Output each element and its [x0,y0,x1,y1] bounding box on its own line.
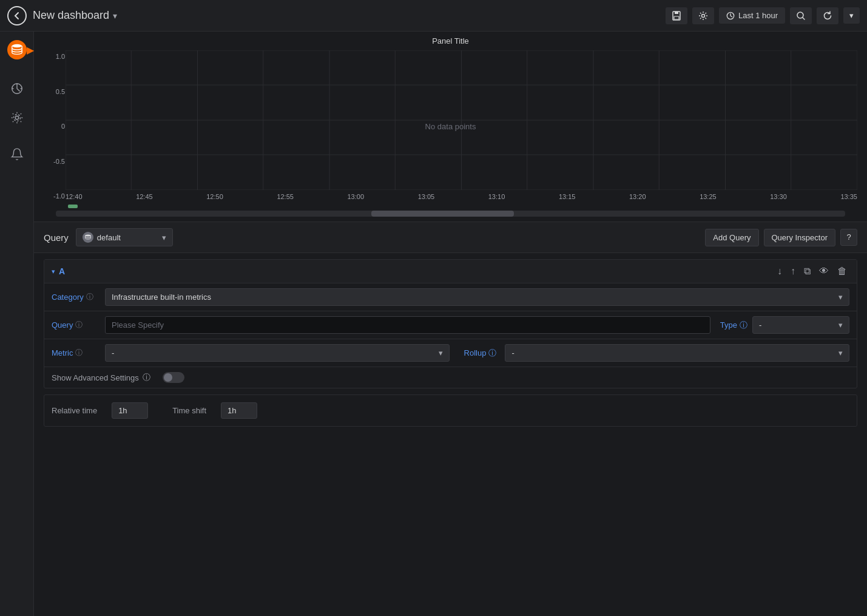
chart-container: 1.0 0.5 0 -0.5 -1.0 [44,50,857,202]
query-field-label: Query ⓘ [52,320,100,330]
main-layout: ▶ [0,32,867,616]
relative-time-input[interactable] [112,402,148,419]
metric-row: Metric ⓘ - ▾ Rollup ⓘ - ▾ [44,339,857,367]
topbar: New dashboard ▾ Last 1 hour [0,0,867,32]
query-input[interactable] [105,316,710,334]
type-label: Type ⓘ [720,320,747,331]
datasource-icon [83,232,93,243]
rollup-info-icon[interactable]: ⓘ [488,348,496,359]
rollup-select[interactable]: - ▾ [505,344,849,362]
query-section-a: ▾ A ↓ ↑ ⧉ 👁 🗑 Category ⓘ [44,259,857,388]
svg-point-10 [15,116,19,120]
add-query-button[interactable]: Add Query [705,229,758,246]
category-row: Category ⓘ Infrastructure built-in metri… [44,283,857,311]
advanced-settings-label: Show Advanced Settings [52,373,139,382]
collapse-icon: ▾ [52,268,55,276]
query-id-a: A [59,266,65,276]
svg-point-30 [85,235,90,237]
metric-dropdown-icon: ▾ [439,348,443,357]
svg-rect-2 [674,16,679,19]
dashboard-title: New dashboard ▾ [33,9,117,22]
more-button[interactable]: ▾ [843,7,860,24]
topbar-left: New dashboard ▾ [7,6,117,25]
svg-point-6 [12,44,22,48]
move-up-icon[interactable]: ↑ [788,265,798,278]
svg-point-3 [701,14,704,17]
sidebar-item-chart[interactable] [4,75,30,102]
query-header: Query default ▾ Add Query Query Inspecto [34,222,867,253]
delete-icon[interactable]: 🗑 [835,265,849,278]
datasource-select[interactable]: default ▾ [76,228,173,246]
save-button[interactable] [666,7,687,24]
chart-panel: Panel Title 1.0 0.5 0 -0.5 -1.0 [34,32,867,222]
bottom-options: Relative time Time shift [44,394,857,427]
type-dropdown-icon: ▾ [838,320,843,330]
time-range-button[interactable]: Last 1 hour [719,7,785,24]
scrollbar[interactable] [56,211,845,217]
category-dropdown-icon: ▾ [838,293,843,302]
toggle-thumb [164,373,172,382]
duplicate-icon[interactable]: ⧉ [801,265,813,278]
advanced-info-icon[interactable]: ⓘ [143,372,150,383]
settings-button[interactable] [692,7,714,24]
datasource-name: default [97,233,121,242]
query-label: Query [44,232,69,243]
query-info-icon[interactable]: ⓘ [75,320,83,330]
advanced-settings-row: Show Advanced Settings ⓘ [44,367,857,388]
advanced-settings-toggle[interactable] [163,372,184,383]
legend-color [68,205,78,208]
scrollbar-thumb[interactable] [371,211,513,217]
sidebar-item-notifications[interactable] [4,141,30,168]
sidebar-item-datasource[interactable]: ▶ [4,36,30,63]
query-editor: Query default ▾ Add Query Query Inspecto [34,222,867,616]
query-row: Query ⓘ Type ⓘ - ▾ [44,311,857,339]
query-section-header-a[interactable]: ▾ A ↓ ↑ ⧉ 👁 🗑 [44,260,857,283]
sidebar-item-settings[interactable] [4,104,30,131]
back-button[interactable] [7,6,27,25]
datasource-dropdown-icon: ▾ [162,233,166,242]
query-inspector-button[interactable]: Query Inspector [764,229,836,246]
hide-icon[interactable]: 👁 [817,265,831,278]
metric-label: Metric ⓘ [52,348,100,358]
sidebar: ▶ [0,32,34,616]
query-section-actions: ↓ ↑ ⧉ 👁 🗑 [775,265,849,278]
refresh-button[interactable] [817,7,838,24]
time-shift-label: Time shift [172,406,206,415]
relative-time-label: Relative time [52,406,97,415]
category-info-icon[interactable]: ⓘ [86,292,93,302]
metric-select[interactable]: - ▾ [105,344,450,362]
metric-info-icon[interactable]: ⓘ [75,348,83,358]
chart-svg [66,50,857,190]
time-shift-input[interactable] [221,402,257,419]
panel-area: Panel Title 1.0 0.5 0 -0.5 -1.0 [34,32,867,616]
help-button[interactable]: ? [840,229,857,246]
query-actions: Add Query Query Inspector ? [705,229,857,246]
type-info-icon[interactable]: ⓘ [740,320,747,331]
y-axis-labels: 1.0 0.5 0 -0.5 -1.0 [44,50,65,202]
move-down-icon[interactable]: ↓ [775,265,784,278]
svg-point-11 [13,115,20,121]
rollup-dropdown-icon: ▾ [838,348,843,357]
search-button[interactable] [790,7,812,24]
category-label: Category ⓘ [52,292,100,302]
category-select[interactable]: Infrastructure built-in metrics ▾ [105,288,849,306]
topbar-right: Last 1 hour ▾ [666,7,860,24]
svg-rect-1 [675,12,678,14]
type-select[interactable]: - ▾ [752,316,849,334]
rollup-label: Rollup ⓘ [464,348,497,359]
no-data-label: No data points [425,122,476,131]
title-dropdown-icon[interactable]: ▾ [113,11,117,21]
panel-title: Panel Title [44,36,857,46]
type-group: Type ⓘ - ▾ [720,316,849,334]
